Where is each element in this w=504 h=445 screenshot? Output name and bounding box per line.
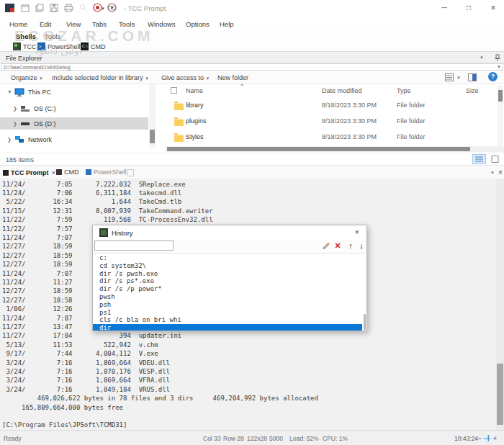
list-view-icon[interactable] xyxy=(445,73,454,81)
file-name[interactable]: plugins xyxy=(186,117,207,125)
address-dropdown-icon[interactable]: ▼ xyxy=(497,65,501,69)
column-header-type[interactable]: Type xyxy=(397,87,411,94)
history-item-selected[interactable]: dir xyxy=(93,324,362,331)
history-list[interactable]: c: cd system32\ dir /s pwsh.exe dir /s p… xyxy=(93,253,366,331)
select-all-checkbox[interactable] xyxy=(171,87,177,94)
file-date: 8/18/2023 3:30 PM xyxy=(322,102,377,109)
move-down-icon[interactable]: ↓ xyxy=(357,241,366,251)
view-dropdown-icon[interactable]: ▼ xyxy=(456,76,461,80)
print-icon[interactable] xyxy=(64,4,73,12)
history-scrollbar-thumb[interactable] xyxy=(364,314,366,330)
new-tab-icon[interactable] xyxy=(127,169,134,176)
shell-button-powershell[interactable]: >_ PowerShell xyxy=(37,42,81,51)
minimize-button[interactable]: ─ xyxy=(436,1,453,14)
maximize-button[interactable]: □ xyxy=(460,1,477,14)
give-access-button[interactable]: Give access to ▼ xyxy=(161,74,210,81)
history-item[interactable]: dir /s /p power* xyxy=(93,285,366,293)
history-item[interactable]: cls /c bla on bri whi xyxy=(93,316,366,324)
preview-pane-icon[interactable] xyxy=(468,73,477,81)
powershell-tab-icon xyxy=(86,169,91,175)
window-title: - TCC Prompt xyxy=(124,4,166,12)
menu-tools[interactable]: Tools xyxy=(119,20,135,28)
column-header-size[interactable]: Size xyxy=(466,87,479,94)
include-in-library-button[interactable]: Include selected folder in library ▼ xyxy=(52,74,149,81)
group-tab-tools[interactable]: Tools xyxy=(45,32,60,40)
file-name[interactable]: Styles xyxy=(186,133,204,140)
history-item[interactable]: dir /s pwsh.exe xyxy=(93,270,366,278)
zoom-in-icon[interactable]: + xyxy=(493,435,497,442)
tab-close-icon[interactable]: × xyxy=(52,168,56,176)
zoom-out-icon[interactable]: − xyxy=(478,435,482,442)
status-ready: Ready xyxy=(4,435,22,442)
powershell-icon: >_ xyxy=(37,42,45,50)
address-bar[interactable]: D:\TakeCommand31\x64\Debug ▼ xyxy=(1,63,503,71)
history-item[interactable]: ps1 xyxy=(93,309,366,317)
new-folder-button[interactable]: New folder xyxy=(217,74,248,81)
pin-icon[interactable] xyxy=(494,54,501,62)
panel-dropdown-icon[interactable]: ▼ xyxy=(480,55,484,60)
column-header-date[interactable]: Date modified xyxy=(322,87,362,94)
tcc-tab-icon xyxy=(3,170,9,176)
history-item[interactable]: pwsh xyxy=(93,293,366,301)
edit-icon[interactable] xyxy=(321,241,330,251)
status-col: Col 33 xyxy=(203,435,221,442)
organize-button[interactable]: Organize ▼ xyxy=(11,74,43,81)
column-header-name[interactable]: Name xyxy=(186,87,203,94)
history-dialog-title: History xyxy=(112,229,133,237)
save-icon[interactable] xyxy=(50,4,58,12)
tab-list-dropdown-icon[interactable]: ▼ xyxy=(490,171,495,175)
menu-bar: Home Edit View Tabs Tools Windows Option… xyxy=(0,16,504,30)
tab-cmd[interactable]: CMD xyxy=(56,168,79,176)
explorer-command-bar: Organize ▼ Include selected folder in li… xyxy=(0,71,504,84)
move-up-icon[interactable]: ↑ xyxy=(346,241,355,251)
zoom-slider[interactable]: —| xyxy=(484,435,490,442)
tab-powershell[interactable]: PowerShell xyxy=(86,168,127,176)
status-row: Row 28 xyxy=(223,435,244,442)
close-button[interactable]: × xyxy=(485,1,502,14)
menu-view[interactable]: View xyxy=(66,20,81,28)
menu-tabs[interactable]: Tabs xyxy=(92,20,107,28)
details-view-button[interactable] xyxy=(472,154,486,164)
tree-item-os-c[interactable]: ❯ OS (C:) xyxy=(13,103,56,114)
network-icon xyxy=(14,135,24,144)
file-name[interactable]: library xyxy=(186,102,204,109)
menu-home[interactable]: Home xyxy=(9,20,27,28)
menu-windows[interactable]: Windows xyxy=(148,20,176,28)
tree-item-this-pc[interactable]: ▼ This PC xyxy=(7,86,51,97)
file-list-hscrollbar-thumb[interactable] xyxy=(167,147,470,151)
history-item[interactable]: cd system32\ xyxy=(93,262,366,270)
file-list-vscrollbar-thumb[interactable] xyxy=(498,90,503,102)
console-scrollbar-thumb[interactable] xyxy=(497,364,503,425)
history-search-input[interactable] xyxy=(94,241,174,251)
tab-bar-close-icon[interactable]: × xyxy=(498,168,503,176)
shell-button-tcc[interactable]: TCC xyxy=(13,42,37,51)
copy-icon[interactable] xyxy=(35,4,44,12)
status-load: Load: 52% xyxy=(289,435,319,442)
help-icon[interactable]: ? xyxy=(488,72,498,81)
shell-button-cmd[interactable]: C:\ CMD xyxy=(81,42,106,51)
tab-tcc-prompt[interactable]: TCC Prompt × xyxy=(3,168,55,176)
history-item[interactable]: dir /s ps*.exe xyxy=(93,277,366,285)
status-cpu: CPU: 1% xyxy=(323,435,348,442)
group-tab-shells[interactable]: Shells xyxy=(16,32,36,40)
tree-scrollbar-thumb[interactable] xyxy=(150,130,155,143)
file-explorer-panel-header: File Explorer ▼ xyxy=(0,51,504,63)
menu-help[interactable]: Help xyxy=(220,20,234,28)
history-item[interactable]: psh xyxy=(93,301,366,309)
tree-item-os-d[interactable]: ❯ OS (D:) xyxy=(13,118,56,129)
history-dialog-titlebar[interactable]: History × xyxy=(93,225,366,240)
delete-icon[interactable]: ✕ xyxy=(333,241,342,251)
history-item[interactable]: c: xyxy=(93,254,366,262)
qat-dropdown-icon[interactable]: ▼ xyxy=(101,6,105,11)
history-close-icon[interactable]: × xyxy=(355,228,359,236)
thumbnail-view-button[interactable] xyxy=(488,154,502,164)
file-type: File folder xyxy=(397,133,426,140)
search-icon[interactable] xyxy=(79,4,87,12)
new-window-icon[interactable] xyxy=(21,4,30,12)
folder-icon xyxy=(174,135,184,142)
panel-title: File Explorer xyxy=(6,55,42,62)
drive-c-icon xyxy=(20,105,30,112)
menu-options[interactable]: Options xyxy=(186,20,210,28)
tree-item-network[interactable]: ❯ Network xyxy=(7,134,52,145)
menu-edit[interactable]: Edit xyxy=(40,20,51,28)
